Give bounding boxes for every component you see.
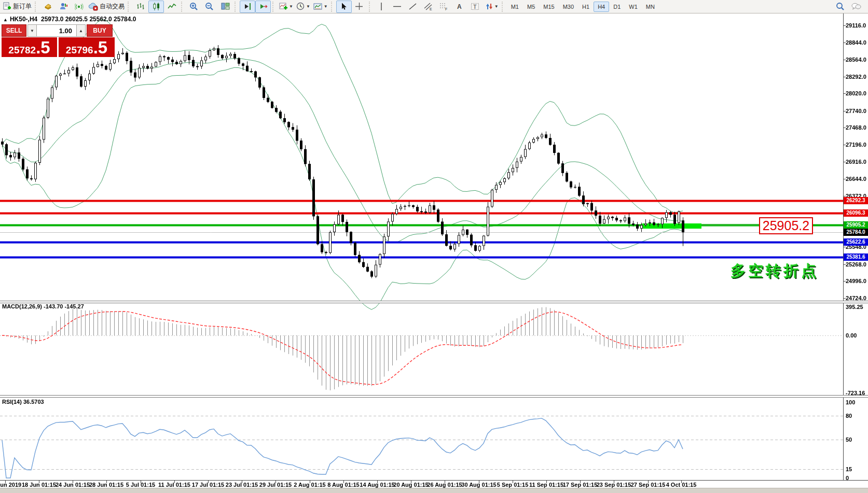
time-tick-label: 27 Sep 01:15 [631, 482, 666, 488]
toolbar: 新订单 自动交易 [0, 0, 868, 13]
timeframe-D1[interactable]: D1 [609, 2, 625, 12]
spin-down-icon: ▼ [30, 29, 34, 33]
turning-point-note[interactable]: 多空转折点 [731, 261, 819, 281]
tile-windows-icon [221, 2, 230, 11]
volume-decrease-button[interactable]: ▼ [27, 24, 37, 37]
dropdown-caret: ▼ [494, 4, 499, 9]
shift-chart-button[interactable] [240, 1, 255, 13]
time-tick-label: 11 Jul 01:15 [158, 482, 190, 488]
timeframe-M1[interactable]: M1 [507, 2, 523, 12]
sell-button[interactable]: SELL [2, 24, 26, 37]
search-icon [836, 2, 845, 11]
time-tick-label: 11 Sep 01:15 [529, 482, 563, 488]
volume-increase-button[interactable]: ▲ [76, 24, 86, 37]
tile-windows-button[interactable] [217, 1, 233, 13]
fibonacci-icon: F [439, 2, 448, 11]
buy-button[interactable]: BUY [87, 24, 113, 37]
expert-advisors-button[interactable] [56, 1, 71, 13]
bar-chart-button[interactable] [133, 1, 148, 13]
separator [128, 2, 131, 12]
chart-window: ▲HK50-,H4 25973.0 26025.5 25562.0 25784.… [0, 13, 868, 493]
volume-input[interactable]: 1.00 [37, 24, 76, 37]
chat-button[interactable] [848, 1, 864, 13]
candlestick-chart-button[interactable] [148, 1, 164, 13]
macd-label: MACD(12,26,9) -143.70 -145.27 [2, 303, 84, 309]
separator [272, 2, 275, 12]
chart-title: ▲HK50-,H4 25973.0 26025.5 25562.0 25784.… [3, 16, 136, 23]
mt4-window: 新订单 自动交易 [0, 0, 868, 493]
buy-price-display[interactable]: 25796.5 [59, 37, 115, 57]
price-line-tag: 25622.6 [844, 238, 868, 246]
time-tick-label: 12 Jun 2019 [0, 482, 21, 488]
text-label-icon: T [471, 2, 479, 11]
time-tick-label: 5 Sep 01:15 [497, 482, 529, 488]
horizontal-line-icon [393, 2, 402, 11]
panel-splitter[interactable] [0, 395, 868, 398]
timeframe-MN[interactable]: MN [642, 2, 659, 12]
time-tick-label: 2 Aug 01:15 [294, 482, 325, 488]
time-tick-label: 4 Oct 01:15 [666, 482, 697, 488]
chat-icon [851, 2, 861, 11]
price-level-callout[interactable]: 25905.2 [759, 217, 813, 234]
market-watch-icon [44, 2, 52, 11]
axis-tick-label: 24724.0 [846, 295, 866, 301]
auto-scroll-icon [259, 2, 268, 11]
time-tick-label: 26 Aug 01:15 [427, 482, 462, 488]
timeframe-M15[interactable]: M15 [539, 2, 558, 12]
bar-chart-icon [136, 2, 145, 11]
chart-canvas[interactable] [0, 13, 868, 493]
dropdown-caret: ▼ [289, 4, 293, 9]
indicators-button[interactable]: ▼ [278, 1, 295, 13]
trendline-button[interactable] [405, 1, 421, 13]
signals-icon [75, 2, 84, 11]
separator [369, 2, 372, 12]
panel-splitter[interactable] [0, 301, 868, 303]
indicators-icon [279, 2, 288, 11]
sell-price-display[interactable]: 25782.5 [2, 37, 57, 57]
axis-tick-label: 15 [846, 466, 852, 472]
cursor-button[interactable] [336, 1, 352, 13]
auto-scroll-button[interactable] [255, 1, 271, 13]
line-chart-button[interactable] [164, 1, 180, 13]
horizontal-line-button[interactable] [390, 1, 405, 13]
timeframe-M30[interactable]: M30 [559, 2, 578, 12]
new-order-button[interactable]: 新订单 [1, 1, 33, 13]
timeframe-H4[interactable]: H4 [594, 2, 609, 12]
time-tick-label: 14 Aug 01:15 [360, 482, 394, 488]
timeframe-W1[interactable]: W1 [625, 2, 642, 12]
axis-tick-label: 395.25 [846, 304, 863, 310]
periods-button[interactable]: ▼ [295, 1, 312, 13]
market-watch-button[interactable] [40, 1, 56, 13]
vertical-line-button[interactable] [374, 1, 390, 13]
price-line-tag: 26096.3 [844, 209, 868, 217]
zoom-in-button[interactable] [186, 1, 202, 13]
equidistant-channel-button[interactable]: E [421, 1, 436, 13]
collapse-triangle-icon[interactable]: ▲ [3, 17, 8, 22]
zoom-out-icon [205, 2, 214, 11]
crosshair-button[interactable] [352, 1, 367, 13]
axis-tick-label: 24996.0 [846, 278, 866, 284]
time-tick-label: 8 Aug 01:15 [327, 482, 359, 488]
time-tick-label: 17 Sep 01:15 [563, 482, 598, 488]
text-label-button[interactable]: T [467, 1, 483, 13]
equidistant-channel-icon: E [424, 2, 433, 11]
signals-button[interactable] [71, 1, 87, 13]
zoom-out-button[interactable] [202, 1, 217, 13]
time-tick-label: 20 Aug 01:15 [393, 482, 428, 488]
svg-text:T: T [473, 4, 477, 10]
arrows-button[interactable]: ▼ [483, 1, 500, 13]
new-order-label: 新订单 [13, 2, 32, 11]
autotrading-button[interactable]: 自动交易 [87, 1, 126, 13]
axis-tick-label: 28020.0 [846, 90, 866, 96]
templates-button[interactable]: ▼ [312, 1, 329, 13]
axis-tick-label: 100 [846, 399, 855, 405]
svg-text:A: A [457, 3, 462, 10]
fibonacci-button[interactable]: F [436, 1, 452, 13]
timeframe-M5[interactable]: M5 [523, 2, 539, 12]
price-line-tag: 26292.3 [844, 197, 868, 204]
zoom-in-icon [189, 2, 199, 11]
window-footer-strip [0, 488, 868, 493]
text-button[interactable]: A [452, 1, 467, 13]
timeframe-H1[interactable]: H1 [578, 2, 594, 12]
search-button[interactable] [833, 1, 848, 13]
